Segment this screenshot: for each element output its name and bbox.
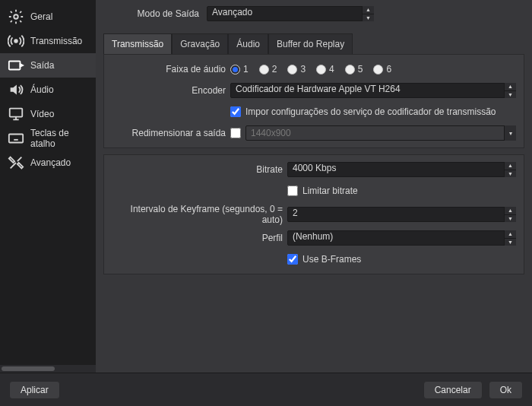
audio-track-radios: 1 2 3 4 5 6 — [230, 64, 391, 75]
rescale-label: Redimensionar a saída — [112, 128, 226, 138]
rescale-value-field: 1440x900 — [245, 125, 516, 141]
svg-rect-2 — [9, 62, 21, 70]
limit-bitrate-label: Limitar bitrate — [302, 186, 358, 196]
settings-sidebar: Geral Transmissão Saída Áudio — [0, 0, 96, 373]
bframes-checkbox[interactable] — [287, 254, 298, 265]
signal-icon — [8, 33, 24, 49]
sidebar-item-video[interactable]: Vídeo — [0, 102, 96, 126]
output-mode-label: Modo de Saída — [103, 8, 202, 19]
encoder-settings-panel: Bitrate 4000 Kbps ▲▼ Limitar bitrate Int… — [103, 154, 524, 274]
sidebar-item-output[interactable]: Saída — [0, 53, 96, 78]
settings-content: Modo de Saída Avançado ▲▼ Transmissão Gr… — [96, 0, 532, 373]
sidebar-item-general[interactable]: Geral — [0, 5, 96, 29]
svg-rect-3 — [10, 109, 23, 117]
tab-replay-buffer[interactable]: Buffer do Replay — [268, 33, 353, 54]
svg-point-1 — [14, 40, 17, 43]
tab-streaming[interactable]: Transmissão — [103, 33, 172, 54]
sidebar-label: Avançado — [30, 157, 71, 168]
keyboard-icon — [8, 130, 24, 147]
tab-audio[interactable]: Áudio — [228, 33, 268, 54]
audio-track-2[interactable]: 2 — [259, 64, 277, 75]
audio-track-6[interactable]: 6 — [373, 64, 391, 75]
audio-track-5[interactable]: 5 — [345, 64, 363, 75]
bframes-label: Use B-Frames — [302, 254, 361, 265]
sidebar-item-hotkeys[interactable]: Teclas de atalho — [0, 126, 96, 151]
sidebar-label: Vídeo — [30, 109, 54, 119]
sidebar-label: Teclas de atalho — [30, 128, 90, 149]
dialog-footer: Aplicar Cancelar Ok — [0, 373, 532, 406]
limit-bitrate-checkbox[interactable] — [287, 186, 298, 196]
spinner-icon[interactable]: ▲▼ — [504, 207, 516, 222]
svg-point-0 — [14, 14, 18, 19]
keyframe-label: Intervalo de Keyframe (segundos, 0 = aut… — [112, 204, 283, 225]
svg-rect-4 — [9, 135, 23, 143]
apply-button[interactable]: Aplicar — [9, 381, 60, 399]
encoder-label: Encoder — [112, 85, 226, 96]
output-tabs: Transmissão Gravação Áudio Buffer do Rep… — [103, 33, 524, 54]
spinner-icon[interactable]: ▲▼ — [504, 162, 516, 177]
output-icon — [8, 57, 24, 74]
sidebar-item-advanced[interactable]: Avançado — [0, 151, 96, 175]
sidebar-label: Geral — [30, 11, 52, 22]
bitrate-input[interactable]: 4000 Kbps — [287, 162, 516, 177]
stream-settings-panel: Faixa de áudio 1 2 3 4 5 6 Encoder Codi — [103, 54, 524, 148]
enforce-settings-checkbox[interactable] — [230, 106, 241, 117]
chevron-down-icon: ▾ — [504, 125, 516, 141]
updown-icon: ▲▼ — [504, 230, 516, 246]
sidebar-item-stream[interactable]: Transmissão — [0, 29, 96, 53]
tools-icon — [8, 154, 24, 171]
gear-icon — [8, 8, 24, 25]
speaker-icon — [8, 81, 24, 98]
updown-icon: ▲▼ — [504, 83, 516, 98]
profile-label: Perfil — [112, 233, 283, 243]
rescale-checkbox[interactable] — [230, 128, 241, 138]
profile-select[interactable]: (Nenhum) — [287, 230, 516, 246]
sidebar-label: Áudio — [30, 84, 54, 95]
audio-track-1[interactable]: 1 — [230, 64, 249, 75]
sidebar-label: Transmissão — [30, 36, 82, 46]
cancel-button[interactable]: Cancelar — [423, 381, 483, 399]
audio-track-4[interactable]: 4 — [316, 64, 334, 75]
keyframe-input[interactable]: 2 — [287, 207, 516, 222]
sidebar-label: Saída — [30, 60, 54, 71]
encoder-select[interactable]: Codificador de Hardware Apple VT H264 — [230, 83, 516, 98]
sidebar-scrollbar[interactable] — [0, 365, 96, 373]
tab-recording[interactable]: Gravação — [172, 33, 228, 54]
audio-track-label: Faixa de áudio — [112, 64, 226, 75]
enforce-settings-label: Impor configurações do serviço de codifi… — [245, 106, 496, 117]
audio-track-3[interactable]: 3 — [287, 64, 306, 75]
updown-icon: ▲▼ — [362, 6, 374, 21]
output-mode-select[interactable]: Avançado — [207, 6, 374, 21]
bitrate-label: Bitrate — [112, 164, 283, 175]
monitor-icon — [8, 106, 24, 122]
ok-button[interactable]: Ok — [489, 381, 523, 399]
sidebar-item-audio[interactable]: Áudio — [0, 78, 96, 102]
